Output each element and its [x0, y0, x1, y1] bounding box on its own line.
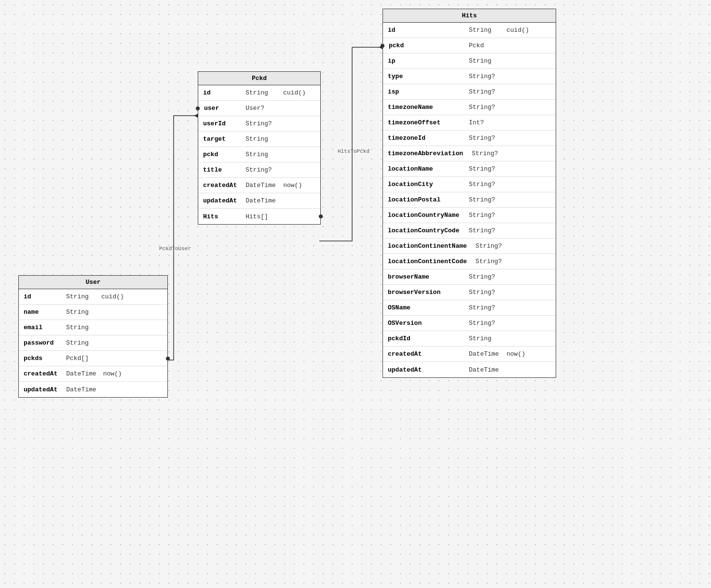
hits-field-browsername: browserName String? — [383, 269, 556, 285]
hits-field-locationcity: locationCity String? — [383, 177, 556, 192]
pckd-table: Pckd id String cuid() user User? userId … — [198, 71, 321, 225]
pckd-to-hits-line — [319, 47, 383, 241]
pckd-table-header: Pckd — [198, 72, 320, 85]
hits-field-timezoneabbreviation: timezoneAbbreviation String? — [383, 146, 556, 161]
user-field-id: id String cuid() — [19, 289, 167, 305]
pckd-field-userid: userId String? — [198, 116, 320, 132]
hits-pckd-connector-dot — [381, 44, 384, 48]
hits-field-type: type String? — [383, 69, 556, 84]
hits-to-pckd-label: HitsToPckd — [338, 148, 369, 154]
user-field-password: password String — [19, 335, 167, 351]
hits-field-timezonename: timezoneName String? — [383, 100, 556, 115]
user-field-updatedat: updatedAt DateTime — [19, 382, 167, 397]
hits-table: Hits id String cuid() pckd Pckd ip Strin… — [383, 9, 556, 378]
hits-field-pckdid: pckdId String — [383, 331, 556, 347]
hits-field-id: id String cuid() — [383, 23, 556, 38]
pckd-user-connector-dot — [196, 107, 200, 110]
pckd-field-target: target String — [198, 132, 320, 147]
hits-field-osversion: OSVersion String? — [383, 316, 556, 331]
hits-field-ip: ip String — [383, 53, 556, 69]
user-field-email: email String — [19, 320, 167, 335]
hits-field-osname: OSName String? — [383, 300, 556, 316]
pckd-hits-connector-dot — [319, 214, 323, 218]
hits-field-browserversion: browserVersion String? — [383, 285, 556, 300]
hits-field-locationname: locationName String? — [383, 161, 556, 177]
pckd-field-pckd: pckd String — [198, 147, 320, 162]
user-field-name: name String — [19, 305, 167, 320]
user-pckd-arrow — [194, 114, 198, 118]
user-table: User id String cuid() name String email … — [18, 275, 168, 398]
pckd-field-createdat: createdAt DateTime now() — [198, 178, 320, 193]
pckd-field-hits: Hits Hits[] — [198, 209, 320, 224]
pckd-field-title: title String? — [198, 162, 320, 178]
hits-field-locationcountryname: locationCountryName String? — [383, 208, 556, 223]
user-field-pckds: pckds Pckd[] — [19, 351, 167, 366]
hits-field-timezoneoffset: timezoneOffset Int? — [383, 115, 556, 131]
hits-field-locationcontinentname: locationContinentName String? — [383, 239, 556, 254]
hits-field-isp: isp String? — [383, 84, 556, 100]
user-field-createdat: createdAt DateTime now() — [19, 366, 167, 382]
user-pckds-connector-dot — [166, 357, 170, 361]
hits-table-header: Hits — [383, 9, 556, 23]
hits-field-createdat: createdAt DateTime now() — [383, 347, 556, 362]
pckd-field-updatedat: updatedAt DateTime — [198, 193, 320, 209]
pckd-field-id: id String cuid() — [198, 85, 320, 101]
hits-field-locationpostal: locationPostal String? — [383, 192, 556, 208]
diagram-container: User id String cuid() name String email … — [0, 0, 711, 588]
hits-field-locationcontinentcode: locationContinentCode String? — [383, 254, 556, 269]
hits-field-locationcountrycode: locationCountryCode String? — [383, 223, 556, 239]
pckd-to-user-label: PckdToUser — [159, 246, 191, 252]
user-table-header: User — [19, 276, 167, 289]
pckd-field-user: user User? — [198, 101, 320, 116]
hits-field-timezoneid: timezoneId String? — [383, 131, 556, 146]
hits-field-pckd: pckd Pckd — [383, 38, 556, 53]
hits-field-updatedat: updatedAt DateTime — [383, 362, 556, 377]
